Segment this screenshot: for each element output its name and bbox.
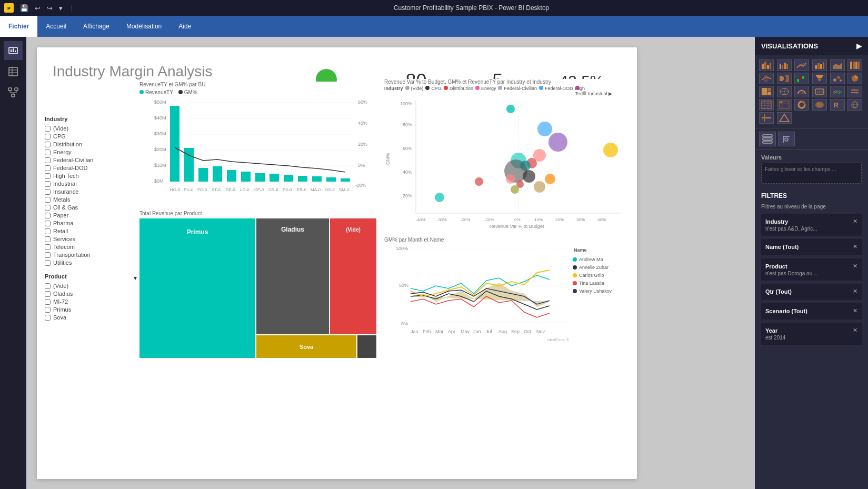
redo-icon[interactable]: ↪: [45, 3, 55, 13]
industry-checkbox[interactable]: [45, 173, 51, 179]
svg-rect-39: [241, 172, 251, 182]
viz-line-chart[interactable]: [794, 59, 809, 71]
scatter-more-icon[interactable]: ▶: [608, 91, 612, 96]
industry-checkbox[interactable]: [45, 149, 51, 155]
svg-text:FO-0: FO-0: [197, 187, 207, 192]
industry-filter-item[interactable]: Energy: [45, 149, 137, 155]
viz-matrix[interactable]: [777, 99, 792, 111]
viz-kpi[interactable]: KPI: [830, 86, 845, 97]
industry-filter-item[interactable]: Federal-Civilian: [45, 157, 137, 163]
viz-slicer[interactable]: [847, 86, 862, 97]
industry-filter-item[interactable]: CPG: [45, 133, 137, 139]
menu-affichage[interactable]: Affichage: [75, 16, 118, 37]
viz-100-stacked[interactable]: [847, 59, 862, 71]
product-filter-item[interactable]: (Vide): [45, 283, 137, 289]
product-filter-header[interactable]: Product ▾: [45, 273, 137, 283]
menu-fichier[interactable]: Fichier: [0, 16, 37, 37]
industry-filter-item[interactable]: Telecom: [45, 244, 137, 250]
valeurs-dropzone[interactable]: Faites glisser ici les champs ...: [761, 163, 862, 184]
industry-checkbox[interactable]: [45, 244, 51, 250]
viz-pie[interactable]: [847, 73, 862, 84]
filter-remove-icon[interactable]: ✕: [853, 327, 857, 334]
menu-aide[interactable]: Aide: [170, 16, 199, 37]
menu-accueil[interactable]: Accueil: [37, 16, 75, 37]
industry-checkbox[interactable]: [45, 213, 51, 218]
viz-custom-2[interactable]: [777, 112, 792, 124]
viz-area-chart[interactable]: [830, 59, 845, 71]
format-view-btn[interactable]: [778, 132, 795, 146]
filter-remove-icon[interactable]: ✕: [853, 218, 857, 225]
filter-remove-icon[interactable]: ✕: [853, 288, 857, 295]
viz-table[interactable]: [759, 99, 774, 111]
filter-remove-icon[interactable]: ✕: [853, 307, 857, 314]
industry-checkbox[interactable]: [45, 157, 51, 163]
product-filter-item[interactable]: Primus: [45, 306, 137, 313]
filter-remove-icon[interactable]: ✕: [853, 263, 857, 270]
industry-filter-item[interactable]: Metals: [45, 196, 137, 203]
industry-checkbox[interactable]: [45, 205, 51, 211]
industry-checkbox[interactable]: [45, 189, 51, 195]
fields-view-btn[interactable]: [759, 132, 776, 146]
product-checkbox[interactable]: [45, 291, 51, 297]
industry-checkbox[interactable]: [45, 181, 51, 187]
product-filter-item[interactable]: Gladius: [45, 291, 137, 297]
industry-checkbox[interactable]: [45, 228, 51, 234]
industry-filter-item[interactable]: Insurance: [45, 188, 137, 195]
industry-filter-item[interactable]: Utilities: [45, 260, 137, 266]
industry-checkbox[interactable]: [45, 197, 51, 203]
industry-filter-item[interactable]: (Vide): [45, 125, 137, 132]
save-icon[interactable]: 💾: [18, 3, 31, 13]
product-label: Sova: [53, 314, 66, 321]
industry-checkbox[interactable]: [45, 134, 51, 139]
industry-filter-item[interactable]: High Tech: [45, 173, 137, 179]
viz-scatter[interactable]: [830, 73, 845, 84]
dropdown-icon[interactable]: ▾: [57, 3, 65, 13]
product-checkbox[interactable]: [45, 299, 51, 305]
product-filter-item[interactable]: Sova: [45, 314, 137, 321]
industry-checkbox[interactable]: [45, 142, 51, 147]
industry-filter-item[interactable]: Industrial: [45, 181, 137, 187]
viz-map[interactable]: [777, 86, 792, 97]
viz-donut[interactable]: [794, 99, 809, 111]
industry-checkbox[interactable]: [45, 126, 51, 132]
industry-filter-item[interactable]: Services: [45, 236, 137, 242]
industry-filter-item[interactable]: Pharma: [45, 220, 137, 226]
viz-column-chart[interactable]: [812, 59, 827, 71]
industry-checkbox[interactable]: [45, 236, 51, 242]
product-checkbox[interactable]: [45, 307, 51, 313]
industry-checkbox[interactable]: [45, 252, 51, 258]
visualisations-expand-icon[interactable]: ▶: [856, 42, 862, 50]
viz-card[interactable]: 123: [812, 86, 827, 97]
viz-stacked-bar[interactable]: [759, 59, 774, 71]
report-view-icon[interactable]: [4, 41, 23, 60]
viz-r-visual[interactable]: R: [830, 99, 845, 111]
viz-globe[interactable]: [847, 99, 862, 111]
industry-filter-item[interactable]: Retail: [45, 228, 137, 234]
industry-checkbox[interactable]: [45, 165, 51, 171]
svg-text:SE-0: SE-0: [226, 187, 235, 192]
viz-line-cluster[interactable]: [759, 73, 774, 84]
industry-filter-item[interactable]: Federal-DOD: [45, 165, 137, 171]
viz-custom-1[interactable]: [759, 112, 774, 124]
undo-icon[interactable]: ↩: [33, 3, 43, 13]
industry-checkbox[interactable]: [45, 221, 51, 226]
product-checkbox[interactable]: [45, 283, 51, 289]
viz-treemap[interactable]: [759, 86, 774, 97]
industry-checkbox[interactable]: [45, 260, 51, 266]
filter-remove-icon[interactable]: ✕: [853, 243, 857, 250]
industry-filter-item[interactable]: Transportation: [45, 252, 137, 258]
industry-filter-item[interactable]: Oil & Gas: [45, 204, 137, 211]
industry-filter-item[interactable]: Distribution: [45, 141, 137, 147]
viz-clustered-bar[interactable]: [777, 59, 792, 71]
viz-funnel[interactable]: [812, 73, 827, 84]
viz-ribbon[interactable]: [777, 73, 792, 84]
relationships-view-icon[interactable]: [4, 83, 23, 102]
viz-waterfall[interactable]: [794, 73, 809, 84]
viz-filled-map[interactable]: [812, 99, 827, 111]
viz-gauge[interactable]: [794, 86, 809, 97]
product-filter-item[interactable]: MI-72: [45, 298, 137, 305]
product-checkbox[interactable]: [45, 315, 51, 321]
menu-modelisation[interactable]: Modélisation: [118, 16, 170, 37]
industry-filter-item[interactable]: Paper: [45, 212, 137, 218]
data-view-icon[interactable]: [4, 62, 23, 81]
